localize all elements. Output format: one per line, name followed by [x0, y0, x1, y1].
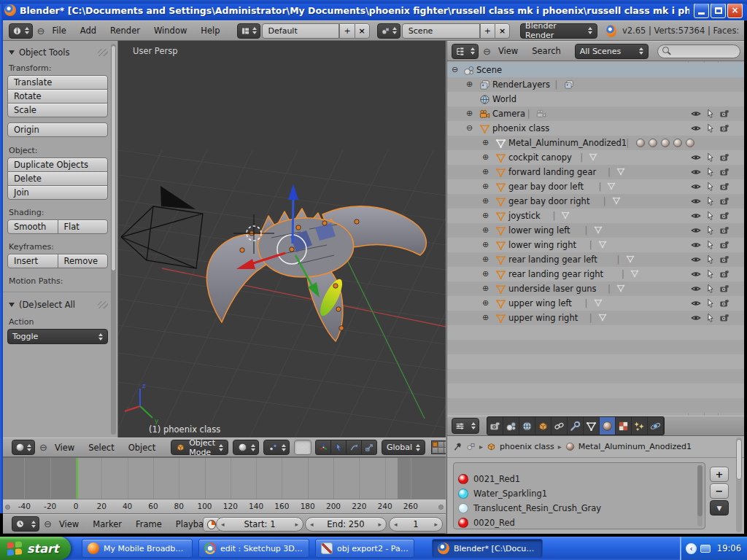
outliner-row-upper-wing-left[interactable]: ⊕upper wing left| [447, 296, 744, 311]
expand-icon[interactable]: ⊕ [482, 298, 489, 308]
expand-icon[interactable]: ⊕ [482, 254, 489, 264]
tab-world[interactable] [519, 417, 535, 435]
eye-icon[interactable] [691, 269, 701, 279]
outliner-filter-select[interactable]: All Scenes [575, 44, 649, 59]
menu-window[interactable]: Window [154, 26, 187, 36]
outliner-item-label[interactable]: gear bay door right [508, 196, 589, 206]
outliner-row-phoenix-class[interactable]: ⊖phoenix class [447, 121, 744, 136]
editor-type-button-properties[interactable] [452, 418, 479, 434]
render-restrict-icon[interactable] [719, 196, 729, 206]
material-slot-0020_red[interactable]: 0020_Red [458, 516, 515, 530]
timeline-menu-marker[interactable]: Marker [93, 519, 122, 529]
taskbar-task-blender[interactable]: Blender* [C:\Docume... [432, 539, 543, 558]
outliner-menu-search[interactable]: Search [532, 46, 561, 56]
render-restrict-icon[interactable] [719, 313, 729, 323]
network-icon[interactable] [700, 545, 711, 553]
material-name[interactable]: Translucent_Resin_Crush_Gray [473, 503, 601, 513]
layers-widget[interactable] [431, 440, 446, 454]
viewport-menu-object[interactable]: Object [128, 443, 155, 453]
minimize-button[interactable] [694, 3, 709, 18]
outliner-row-rear-landing-gear-left[interactable]: ⊕rear landing gear left| [447, 252, 744, 267]
cursor-icon[interactable] [705, 269, 716, 279]
translate-button[interactable]: Translate [7, 75, 108, 90]
tab-modifiers[interactable] [568, 417, 584, 435]
timeline-menu-view[interactable]: View [59, 519, 79, 529]
outliner-item-label[interactable]: rear landing gear left [508, 254, 597, 265]
material-name[interactable]: 0021_Red1 [473, 474, 520, 484]
tab-scene[interactable] [503, 417, 519, 435]
eye-icon[interactable] [691, 284, 701, 294]
outliner-row-gear-bay-door-right[interactable]: ⊕gear bay door right| [447, 194, 744, 209]
timeline-menu-frame[interactable]: Frame [136, 519, 162, 529]
layer-cell[interactable] [444, 448, 446, 453]
outliner-item-label[interactable]: lower wing right [508, 240, 576, 250]
outliner-search-input[interactable] [657, 44, 740, 58]
outliner-item-label[interactable]: phoenix class [492, 123, 549, 133]
current-frame-field[interactable]: ◂1▸ [389, 517, 443, 532]
layer-cell[interactable] [444, 442, 446, 447]
expand-icon[interactable]: ⊕ [482, 138, 489, 147]
menu-add[interactable]: Add [80, 26, 96, 36]
cursor-icon[interactable] [705, 167, 716, 177]
outliner-row-lower-wing-right[interactable]: ⊕lower wing right| [447, 238, 744, 252]
expand-icon[interactable]: ⊕ [482, 240, 489, 249]
outliner-row-lower-wing-left[interactable]: ⊕lower wing left| [447, 223, 744, 238]
scene-field[interactable]: Scene [402, 23, 480, 39]
pivot-point-select[interactable] [263, 440, 290, 455]
expand-icon[interactable]: ⊕ [482, 196, 489, 206]
viewport-3d[interactable]: Object Tools Transform: Translate Rotate… [3, 41, 446, 438]
start-button[interactable]: start [0, 537, 71, 560]
render-restrict-icon[interactable] [719, 152, 729, 163]
screen-layout-icon-button[interactable] [237, 23, 260, 39]
material-name[interactable]: Water_Sparkling1 [473, 489, 547, 499]
close-button[interactable]: × [727, 3, 743, 18]
panel-expand-icon[interactable] [9, 303, 15, 307]
outliner-row-upper-wing-right[interactable]: ⊕upper wing right| [447, 311, 744, 325]
render-restrict-icon[interactable] [719, 240, 729, 250]
expand-icon[interactable]: ⊕ [482, 152, 489, 162]
tab-render[interactable] [487, 417, 503, 435]
render-restrict-icon[interactable] [719, 182, 729, 192]
editor-type-button-info[interactable] [9, 23, 33, 39]
outliner-item-label[interactable]: upper wing left [508, 298, 572, 308]
taskbar-task-paint[interactable]: obj export2 - Paint [315, 539, 414, 558]
tab-physics[interactable] [648, 417, 664, 435]
taskbar-task-firefox[interactable]: My Mobile Broadband... [82, 539, 193, 558]
scrollbar-thumb[interactable] [697, 465, 703, 516]
outliner-item-label[interactable]: joystick [508, 211, 541, 221]
mode-select[interactable]: Object Mode [171, 440, 228, 455]
manipulator-toggle[interactable] [294, 440, 311, 455]
outliner-item-label[interactable]: World [492, 94, 516, 104]
cursor-icon[interactable] [705, 182, 716, 192]
viewport-canvas[interactable]: z y User Persp (1) phoenix class [118, 41, 446, 438]
panel-expand-icon[interactable] [9, 50, 15, 55]
insert-keyframe-button[interactable]: Insert [7, 254, 58, 268]
duplicate-objects-button[interactable]: Duplicate Objects [7, 158, 108, 172]
timeline-ruler[interactable]: -40-200204060801001201401601802002202402… [3, 499, 446, 514]
start-frame-field[interactable]: ◂Start: 1▸ [216, 517, 303, 532]
close-layout-button[interactable]: × [355, 23, 370, 39]
outliner-menu-view[interactable]: View [498, 46, 518, 56]
properties-scrollbar[interactable] [736, 438, 742, 532]
cursor-icon[interactable] [705, 254, 716, 265]
tray-chevron-icon[interactable]: ‹ [686, 543, 697, 554]
outliner-row-underside-laser-guns[interactable]: ⊕underside laser guns| [447, 281, 744, 296]
end-frame-field[interactable]: ◂End: 250▸ [305, 517, 387, 532]
tool-shelf-scrollbar[interactable] [111, 44, 116, 435]
render-engine-select[interactable]: Blender Render [520, 23, 597, 39]
eye-icon[interactable] [691, 254, 701, 265]
eye-icon[interactable] [691, 152, 701, 163]
join-button[interactable]: Join [7, 185, 108, 200]
breadcrumb-object[interactable]: phoenix class [500, 442, 554, 451]
cursor-icon[interactable] [705, 211, 716, 221]
cursor-icon[interactable] [705, 298, 716, 308]
expand-icon[interactable]: ⊕ [482, 284, 489, 293]
collapse-icon[interactable]: ⊖ [466, 123, 473, 133]
outliner-row-scene[interactable]: ⊖Scene [447, 63, 744, 77]
render-restrict-icon[interactable] [719, 298, 729, 308]
render-restrict-icon[interactable] [719, 269, 729, 279]
outliner-row-metal-aluminum-anodized1[interactable]: ⊕Metal_Aluminum_Anodized1| [447, 136, 744, 150]
screen-layout-field[interactable]: Default [262, 23, 340, 39]
tab-data[interactable] [584, 417, 600, 435]
transform-orientation-select[interactable]: Global [382, 440, 425, 455]
